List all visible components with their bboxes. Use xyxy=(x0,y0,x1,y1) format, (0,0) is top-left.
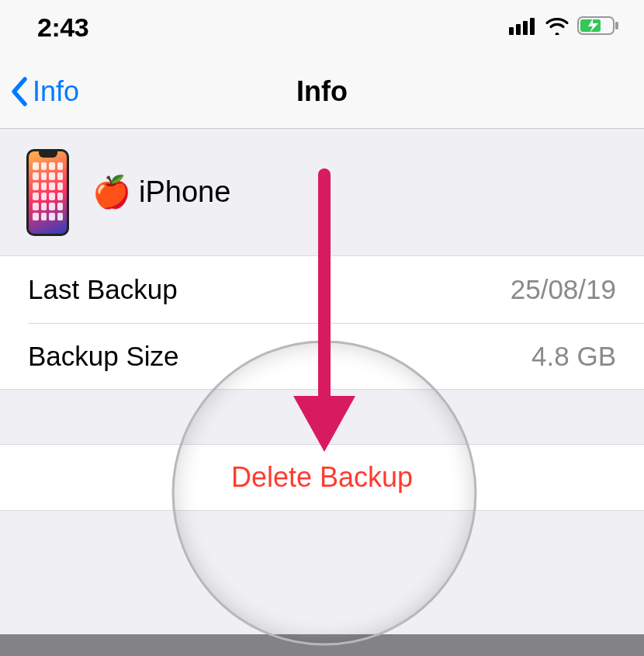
status-bar: 2:43 xyxy=(0,0,644,54)
svg-rect-1 xyxy=(516,24,521,35)
battery-icon xyxy=(577,16,621,39)
page-title: Info xyxy=(296,75,348,108)
row-last-backup: Last Backup 25/08/19 xyxy=(0,256,644,323)
back-button[interactable]: Info xyxy=(0,75,79,108)
svg-rect-5 xyxy=(615,22,618,30)
device-name-text: iPhone xyxy=(139,175,230,209)
section-gap xyxy=(0,390,644,444)
back-label: Info xyxy=(33,75,79,108)
svg-rect-0 xyxy=(509,27,514,35)
row-value: 25/08/19 xyxy=(511,274,616,305)
cellular-icon xyxy=(509,16,537,38)
wifi-icon xyxy=(545,16,570,38)
row-label: Backup Size xyxy=(28,341,179,372)
device-thumbnail xyxy=(26,149,69,236)
apple-emoji-icon: 🍎 xyxy=(92,174,131,210)
row-label: Last Backup xyxy=(28,274,178,305)
delete-backup-button[interactable]: Delete Backup xyxy=(0,444,644,511)
chevron-left-icon xyxy=(9,76,31,107)
bottom-crop-shade xyxy=(0,634,644,656)
nav-bar: Info Info xyxy=(0,54,644,129)
row-value: 4.8 GB xyxy=(531,341,616,372)
device-name: 🍎 iPhone xyxy=(92,174,230,210)
row-backup-size: Backup Size 4.8 GB xyxy=(0,323,644,390)
device-header: 🍎 iPhone xyxy=(0,129,644,256)
svg-rect-3 xyxy=(530,18,535,35)
spacer xyxy=(0,511,644,651)
status-time: 2:43 xyxy=(37,12,88,43)
status-indicators xyxy=(509,16,621,39)
delete-backup-label: Delete Backup xyxy=(231,461,413,494)
svg-rect-2 xyxy=(523,21,528,35)
